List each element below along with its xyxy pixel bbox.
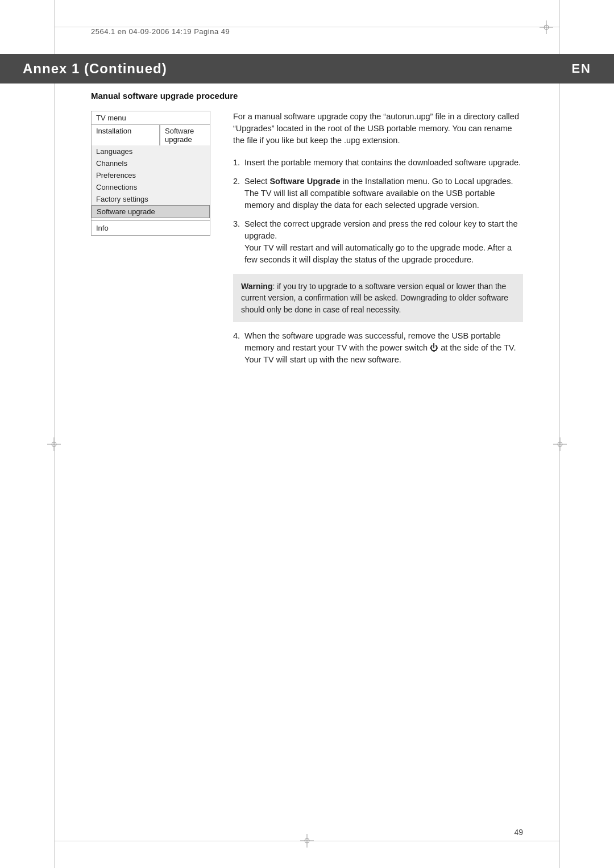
step-4-text: When the software upgrade was successful… — [244, 330, 523, 366]
vline-right — [559, 0, 560, 868]
warning-text: : if you try to upgrade to a software ve… — [241, 282, 508, 314]
step-1-text: Insert the portable memory that contains… — [244, 157, 521, 169]
tv-menu-info: Info — [92, 220, 210, 235]
step-3: 3. Select the correct upgrade version an… — [233, 218, 523, 266]
tv-menu-item-channels: Channels — [92, 157, 210, 169]
tv-menu-item-installation: Installation — [92, 125, 160, 145]
section-heading: Manual software upgrade procedure — [91, 91, 523, 101]
header-lang: EN — [571, 61, 591, 76]
crosshair-left-mid — [47, 437, 61, 451]
tv-menu-installation-row: Installation Software upgrade — [92, 124, 210, 145]
step-2-text: Select Software Upgrade in the Installat… — [244, 176, 523, 211]
step-3-text: Select the correct upgrade version and p… — [244, 218, 523, 266]
steps-list: 1. Insert the portable memory that conta… — [233, 157, 523, 266]
warning-label: Warning — [241, 282, 272, 291]
step-2-bold: Software Upgrade — [269, 177, 340, 186]
two-col-layout: TV menu Installation Software upgrade La… — [91, 111, 523, 373]
left-column: TV menu Installation Software upgrade La… — [91, 111, 210, 373]
page-number: 49 — [514, 828, 523, 837]
content-area: Manual software upgrade procedure TV men… — [91, 91, 523, 811]
tv-menu-submenu-software-upgrade: Software upgrade — [160, 125, 210, 145]
meta-line: 2564.1 en 04-09-2006 14:19 Pagina 49 — [91, 27, 230, 36]
tv-menu-item-preferences: Preferences — [92, 169, 210, 181]
intro-paragraph: For a manual software upgrade copy the “… — [233, 111, 523, 147]
step-2: 2. Select Software Upgrade in the Instal… — [233, 176, 523, 211]
step-4: 4. When the software upgrade was success… — [233, 330, 523, 366]
warning-box: Warning: if you try to upgrade to a soft… — [233, 274, 523, 322]
step4-list: 4. When the software upgrade was success… — [233, 330, 523, 366]
tv-menu-box: TV menu Installation Software upgrade La… — [91, 111, 210, 236]
tv-menu-item-connections: Connections — [92, 181, 210, 193]
header-bar: Annex 1 (Continued) EN — [0, 54, 614, 84]
step-1: 1. Insert the portable memory that conta… — [233, 157, 523, 169]
step-3-num: 3. — [233, 218, 240, 266]
step-1-num: 1. — [233, 157, 240, 169]
tv-menu-title: TV menu — [92, 111, 210, 124]
tv-menu-item-languages: Languages — [92, 145, 210, 157]
crosshair-top-right — [540, 20, 553, 34]
header-title: Annex 1 (Continued) — [23, 61, 167, 77]
tv-menu-item-software-upgrade: Software upgrade — [92, 205, 210, 218]
crosshair-bottom-center — [300, 834, 314, 848]
step-2-num: 2. — [233, 176, 240, 211]
tv-menu-item-factory-settings: Factory settings — [92, 193, 210, 205]
right-column: For a manual software upgrade copy the “… — [233, 111, 523, 373]
doc-code: 2564.1 en 04-09-2006 14:19 Pagina 49 — [91, 27, 230, 36]
vline-left — [54, 0, 55, 868]
step-4-num: 4. — [233, 330, 240, 366]
crosshair-right-mid — [553, 437, 567, 451]
